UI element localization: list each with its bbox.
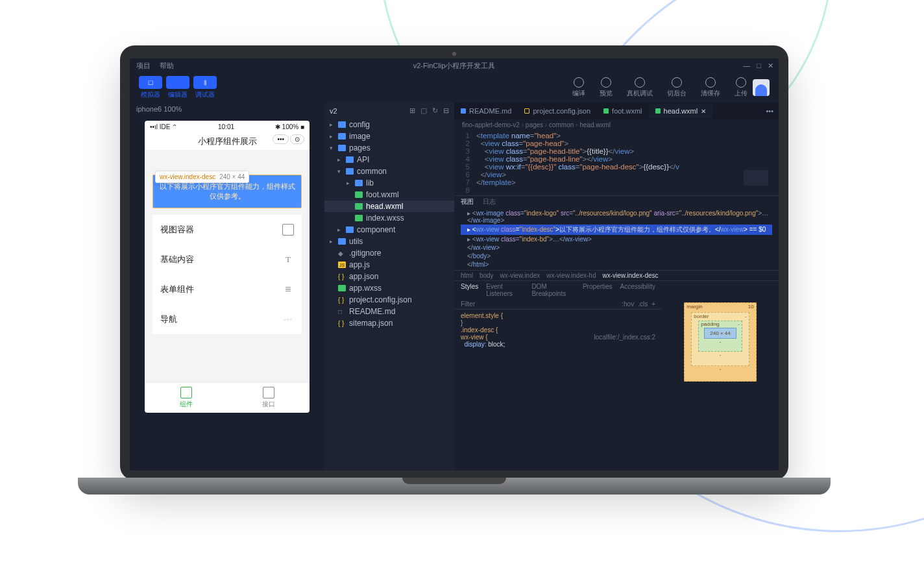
- capsule-menu[interactable]: •••: [273, 134, 289, 144]
- toolbar: □模拟器 编辑器 ⫴调试器 编译预览真机调试切后台清缓存上传: [130, 73, 779, 103]
- action-2[interactable]: 真机调试: [627, 77, 653, 98]
- action-3[interactable]: 切后台: [667, 77, 687, 98]
- action-4[interactable]: 清缓存: [701, 77, 720, 98]
- devtools: 视图 日志 ▸ <wx-image class="index-logo" src…: [454, 195, 779, 403]
- tree-item[interactable]: ▸utils: [324, 236, 454, 247]
- styles-tab[interactable]: DOM Breakpoints: [531, 283, 575, 297]
- laptop-mockup: 项目 帮助 v2-FinClip小程序开发工具 — □ ✕ □模拟器 编辑器 ⫴…: [110, 45, 798, 513]
- breadcrumb: fino-applet-demo-v2pagescommonhead.wxml: [454, 119, 779, 130]
- tree-item[interactable]: app.wxss: [324, 282, 454, 294]
- editor-tab[interactable]: foot.wxml: [597, 104, 648, 118]
- status-battery: ✱ 100% ■: [275, 123, 304, 130]
- phone-tab[interactable]: 组件: [145, 383, 227, 413]
- inspector-tooltip: wx-view.index-desc 240 × 44: [155, 171, 249, 183]
- refresh-icon[interactable]: ↻: [432, 106, 438, 115]
- tree-item[interactable]: { }sitemap.json: [324, 317, 454, 329]
- add-rule[interactable]: +: [651, 300, 655, 308]
- tree-item[interactable]: ▸config: [324, 119, 454, 130]
- explorer-root[interactable]: v2: [330, 107, 337, 115]
- tree-item[interactable]: foot.wxml: [324, 189, 454, 201]
- phone-preview: ••ıl IDE ⌃ 10:01 ✱ 100% ■ 小程序组件展示 ••• ⊙: [145, 121, 310, 413]
- capsule-close[interactable]: ⊙: [290, 134, 304, 144]
- styles-tab[interactable]: Event Listeners: [486, 283, 524, 297]
- editor-area: README.md project.config.json foot.wxml …: [454, 103, 779, 470]
- list-item[interactable]: 导航: [152, 304, 302, 334]
- maximize-icon[interactable]: □: [757, 62, 761, 70]
- tree-item[interactable]: ◆.gitignore: [324, 247, 454, 259]
- tree-item[interactable]: ▾pages: [324, 142, 454, 154]
- status-time: 10:01: [218, 123, 234, 130]
- tree-item[interactable]: ▸lib: [324, 177, 454, 189]
- minimize-icon[interactable]: —: [743, 62, 750, 70]
- editor-tab[interactable]: README.md: [454, 104, 518, 118]
- tree-item[interactable]: index.wxss: [324, 212, 454, 224]
- tree-item[interactable]: □README.md: [324, 306, 454, 317]
- list-item[interactable]: 表单组件: [152, 275, 302, 304]
- tree-item[interactable]: { }project.config.json: [324, 294, 454, 306]
- editor-tab[interactable]: head.wxml✕: [649, 104, 713, 118]
- tab-overflow[interactable]: •••: [760, 107, 779, 115]
- close-icon[interactable]: ✕: [768, 62, 773, 70]
- simulator-panel: iphone6 100% ••ıl IDE ⌃ 10:01 ✱ 100% ■ 小…: [130, 103, 324, 470]
- styles-tab[interactable]: Accessibility: [620, 283, 655, 297]
- menu-help[interactable]: 帮助: [160, 61, 174, 71]
- tree-item[interactable]: head.wxml: [324, 201, 454, 212]
- window-title: v2-FinClip小程序开发工具: [413, 61, 496, 71]
- avatar[interactable]: [753, 79, 770, 96]
- devtools-tab-console[interactable]: 日志: [483, 197, 496, 206]
- tree-item[interactable]: ▾common: [324, 165, 454, 177]
- box-model: margin10 border- padding- 240 × 44 -: [662, 281, 779, 403]
- code-editor[interactable]: 1<template name="head">2 <view class="pa…: [454, 130, 779, 195]
- new-folder-icon[interactable]: ▢: [420, 106, 427, 115]
- css-rules[interactable]: element.style {}.index-desc {</span></di…: [454, 310, 662, 350]
- action-0[interactable]: 编译: [572, 77, 585, 98]
- file-explorer: v2 ⊞ ▢ ↻ ⊟ ▸config ▸image ▾pages ▸API ▾c…: [324, 103, 454, 470]
- styles-tab[interactable]: Styles: [461, 283, 478, 297]
- mode-0[interactable]: □模拟器: [139, 76, 162, 99]
- simulator-device: iphone6 100%: [130, 103, 324, 116]
- editor-tab[interactable]: project.config.json: [518, 104, 597, 118]
- devtools-tab-elements[interactable]: 视图: [461, 197, 474, 206]
- list-item[interactable]: 基础内容: [152, 245, 302, 275]
- mode-2[interactable]: ⫴调试器: [193, 76, 217, 99]
- list-item[interactable]: 视图容器: [152, 215, 302, 245]
- styles-tab[interactable]: Properties: [583, 283, 613, 297]
- ide-window: 项目 帮助 v2-FinClip小程序开发工具 — □ ✕ □模拟器 编辑器 ⫴…: [130, 58, 779, 470]
- cls-toggle[interactable]: .cls: [638, 300, 648, 308]
- mode-1[interactable]: 编辑器: [166, 76, 189, 99]
- dom-breadcrumb[interactable]: htmlbodywx-view.indexwx-view.index-hdwx-…: [454, 270, 779, 281]
- status-signal: ••ıl IDE ⌃: [150, 123, 177, 130]
- dom-tree[interactable]: ▸ <wx-image class="index-logo" src="../r…: [454, 208, 779, 270]
- menubar: 项目 帮助 v2-FinClip小程序开发工具 — □ ✕: [130, 58, 779, 73]
- app-title: 小程序组件展示: [198, 136, 257, 146]
- minimap[interactable]: [744, 170, 768, 248]
- filter-input[interactable]: Filter: [461, 300, 475, 308]
- hov-toggle[interactable]: :hov: [622, 300, 634, 308]
- phone-tab[interactable]: 接口: [227, 383, 310, 413]
- collapse-icon[interactable]: ⊟: [443, 106, 449, 115]
- tree-item[interactable]: ▸API: [324, 154, 454, 165]
- tree-item[interactable]: ▸image: [324, 130, 454, 142]
- tree-item[interactable]: JSapp.js: [324, 259, 454, 271]
- tree-item[interactable]: ▸component: [324, 224, 454, 236]
- new-file-icon[interactable]: ⊞: [409, 106, 415, 115]
- tree-item[interactable]: { }app.json: [324, 271, 454, 282]
- action-5[interactable]: 上传: [735, 77, 748, 98]
- menu-project[interactable]: 项目: [136, 61, 151, 71]
- action-1[interactable]: 预览: [600, 77, 613, 98]
